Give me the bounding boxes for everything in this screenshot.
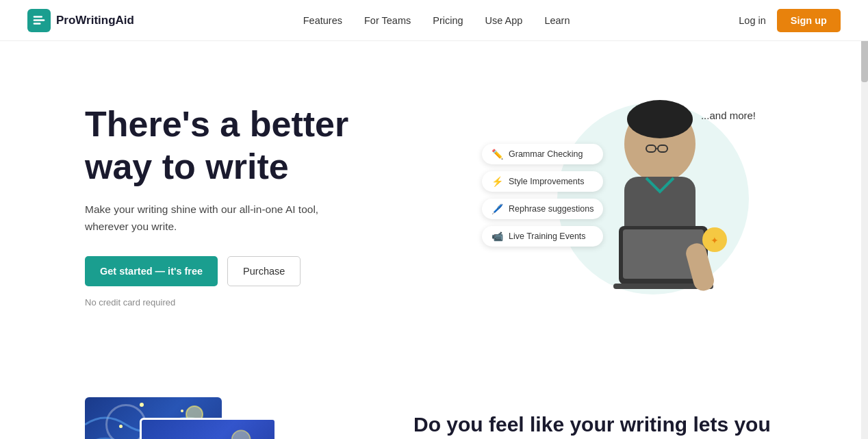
- hero-subtitle: Make your writing shine with our all-in-…: [85, 201, 359, 236]
- style-icon: ⚡: [492, 176, 503, 187]
- hero-content: There's a better way to write Make your …: [85, 103, 413, 307]
- training-icon: 📹: [492, 231, 503, 242]
- brand-name: ProWritingAid: [56, 14, 134, 27]
- hero-buttons: Get started — it's free Purchase: [85, 256, 413, 286]
- nav-item-features[interactable]: Features: [303, 14, 342, 27]
- painting-front: [140, 418, 277, 439]
- rephrase-icon: 🖊️: [492, 203, 503, 214]
- get-started-button[interactable]: Get started — it's free: [85, 256, 218, 286]
- nav-item-pricing[interactable]: Pricing: [433, 14, 463, 27]
- svg-rect-0: [34, 16, 42, 18]
- svg-text:✦: ✦: [711, 235, 719, 246]
- scrollbar[interactable]: [861, 0, 868, 439]
- navbar-actions: Log in Sign up: [739, 9, 841, 32]
- no-credit-text: No credit card required: [85, 297, 413, 308]
- navbar: ProWritingAid Features For Teams Pricing…: [0, 0, 868, 41]
- illustration-container: ...and more! ✏️ Grammar Checking ⚡ Style…: [482, 89, 742, 322]
- login-button[interactable]: Log in: [739, 15, 766, 26]
- svg-point-7: [627, 100, 693, 138]
- nav-item-for-teams[interactable]: For Teams: [364, 14, 411, 27]
- person-svg: ✦: [564, 89, 742, 322]
- section2-content: Do you feel like your writing lets you d…: [413, 397, 810, 439]
- painting-stack: My idea in my head: [85, 397, 345, 439]
- svg-rect-2: [34, 23, 41, 25]
- nav-links: Features For Teams Pricing Use App Learn: [303, 14, 570, 27]
- section2: My idea in my head Do you feel like your…: [3, 356, 865, 439]
- svg-rect-1: [34, 19, 45, 21]
- hero-illustration: ...and more! ✏️ Grammar Checking ⚡ Style…: [413, 82, 810, 329]
- grammar-icon: ✏️: [492, 149, 503, 160]
- brand-icon: [27, 9, 51, 32]
- hero-section: There's a better way to write Make your …: [3, 41, 865, 356]
- purchase-button[interactable]: Purchase: [227, 256, 301, 286]
- svg-point-16: [232, 430, 251, 439]
- nav-item-use-app[interactable]: Use App: [485, 14, 523, 27]
- nav-item-learn[interactable]: Learn: [544, 14, 570, 27]
- signup-button[interactable]: Sign up: [777, 9, 841, 32]
- section2-title: Do you feel like your writing lets you d…: [413, 411, 810, 439]
- section2-image: My idea in my head: [85, 397, 359, 439]
- brand-logo[interactable]: ProWritingAid: [27, 9, 134, 32]
- hero-title: There's a better way to write: [85, 103, 413, 188]
